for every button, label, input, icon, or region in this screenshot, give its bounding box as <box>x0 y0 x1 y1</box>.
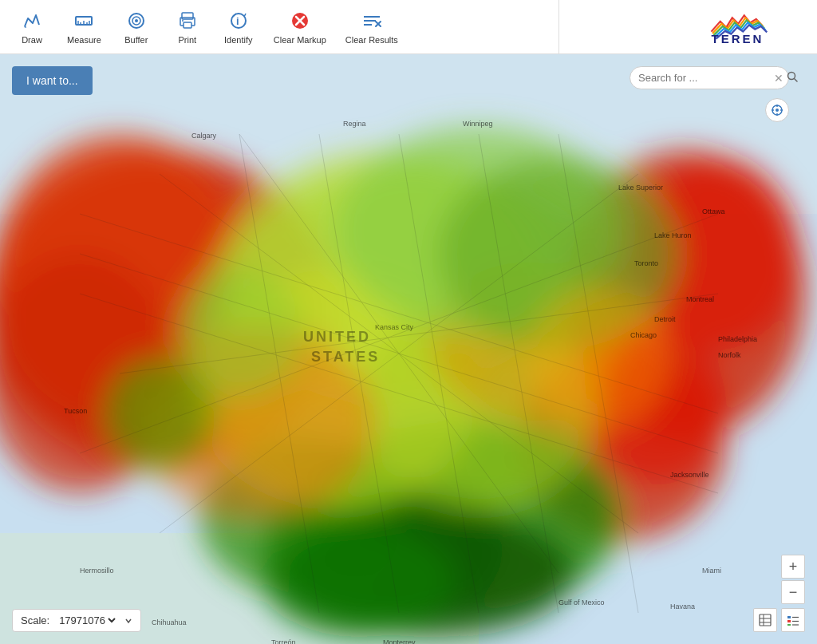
svg-text:Miami: Miami <box>702 567 721 575</box>
search-clear-icon[interactable]: ✕ <box>774 72 783 85</box>
svg-text:Lake Huron: Lake Huron <box>654 231 692 239</box>
location-button[interactable] <box>765 98 789 122</box>
buffer-icon <box>125 10 148 32</box>
draw-icon <box>21 10 43 32</box>
search-box: ✕ <box>630 66 789 89</box>
map-container[interactable]: UNITED STATES Toronto Detroit Chicago Mo… <box>0 54 817 644</box>
svg-text:Winnipeg: Winnipeg <box>463 120 493 128</box>
draw-tool[interactable]: Draw <box>8 5 56 49</box>
svg-text:Detroit: Detroit <box>654 315 676 323</box>
svg-rect-104 <box>787 620 791 622</box>
svg-text:Montreal: Montreal <box>686 295 714 303</box>
legend-button[interactable] <box>781 608 805 632</box>
svg-point-47 <box>263 525 455 637</box>
svg-text:Philadelphia: Philadelphia <box>718 335 757 343</box>
svg-text:Gulf of Mexico: Gulf of Mexico <box>558 599 605 606</box>
svg-rect-106 <box>787 624 791 626</box>
svg-rect-98 <box>760 614 771 626</box>
svg-point-13 <box>182 20 184 22</box>
svg-rect-10 <box>182 13 193 19</box>
measure-tool[interactable]: Measure <box>59 5 109 49</box>
svg-text:i: i <box>236 15 239 27</box>
svg-text:UNITED: UNITED <box>303 329 371 345</box>
measure-icon <box>73 10 95 32</box>
svg-text:Havana: Havana <box>670 603 695 610</box>
svg-text:Tucson: Tucson <box>64 407 87 415</box>
svg-rect-23 <box>364 24 372 26</box>
scale-dropdown-icon <box>124 617 132 625</box>
print-tool[interactable]: Print <box>164 5 211 49</box>
clear-results-icon <box>361 10 383 32</box>
svg-point-51 <box>104 358 215 469</box>
svg-text:Monterrey: Monterrey <box>383 638 416 644</box>
search-icon[interactable] <box>787 71 798 85</box>
svg-text:Norfolk: Norfolk <box>718 351 741 359</box>
svg-rect-102 <box>787 616 791 618</box>
search-input[interactable] <box>638 72 772 84</box>
print-label: Print <box>178 35 196 45</box>
svg-text:Torreón: Torreón <box>271 638 296 644</box>
zoom-controls: + − <box>781 555 805 604</box>
search-container: ✕ <box>630 66 789 89</box>
zoom-in-button[interactable]: + <box>781 555 805 579</box>
svg-line-91 <box>795 79 798 82</box>
svg-line-17 <box>244 14 246 17</box>
identify-icon: i <box>227 10 250 32</box>
svg-rect-22 <box>364 20 376 22</box>
identify-tool[interactable]: i Identify <box>215 5 262 49</box>
svg-text:Hermosillo: Hermosillo <box>80 567 114 575</box>
buffer-tool[interactable]: Buffer <box>112 5 160 49</box>
basemap-button[interactable] <box>753 608 777 632</box>
svg-text:Regina: Regina <box>343 120 366 128</box>
scale-control: Scale: 17971076 8985538 4492769 2246384 <box>12 609 141 632</box>
buffer-label: Buffer <box>124 35 148 45</box>
svg-point-9 <box>135 19 138 22</box>
svg-text:TEREN: TEREN <box>712 31 764 45</box>
svg-text:Kansas City: Kansas City <box>375 323 414 331</box>
svg-text:Jacksonville: Jacksonville <box>670 471 709 479</box>
scale-select[interactable]: 17971076 8985538 4492769 2246384 <box>56 614 118 627</box>
identify-label: Identify <box>224 35 252 45</box>
print-icon <box>176 10 199 32</box>
heatmap-overlay: UNITED STATES Toronto Detroit Chicago Mo… <box>0 54 817 644</box>
clear-markup-label: Clear Markup <box>274 35 326 45</box>
clear-markup-icon <box>289 10 311 32</box>
svg-text:Lake Superior: Lake Superior <box>618 184 663 192</box>
svg-point-52 <box>527 286 670 429</box>
svg-rect-12 <box>184 22 191 28</box>
svg-text:Chicago: Chicago <box>630 331 657 339</box>
toolbar: Draw Measure Buffer <box>0 0 558 54</box>
zoom-out-button[interactable]: − <box>781 580 805 604</box>
svg-text:Chihuahua: Chihuahua <box>152 618 187 626</box>
clear-markup-tool[interactable]: Clear Markup <box>266 5 334 49</box>
logo-area: TEREN <box>558 0 817 54</box>
clear-results-label: Clear Results <box>345 35 398 45</box>
teren-logo: TEREN <box>705 7 801 47</box>
draw-label: Draw <box>22 35 42 45</box>
bottom-icons <box>753 608 805 632</box>
svg-text:Ottawa: Ottawa <box>702 207 725 215</box>
i-want-to-button[interactable]: I want to... <box>12 66 93 95</box>
svg-text:Toronto: Toronto <box>634 259 658 267</box>
clear-results-tool[interactable]: Clear Results <box>337 5 406 49</box>
svg-point-93 <box>776 109 779 112</box>
svg-text:STATES: STATES <box>311 349 380 365</box>
scale-label: Scale: <box>21 614 49 626</box>
svg-text:Calgary: Calgary <box>191 132 217 140</box>
svg-rect-21 <box>364 16 380 18</box>
measure-label: Measure <box>67 35 101 45</box>
